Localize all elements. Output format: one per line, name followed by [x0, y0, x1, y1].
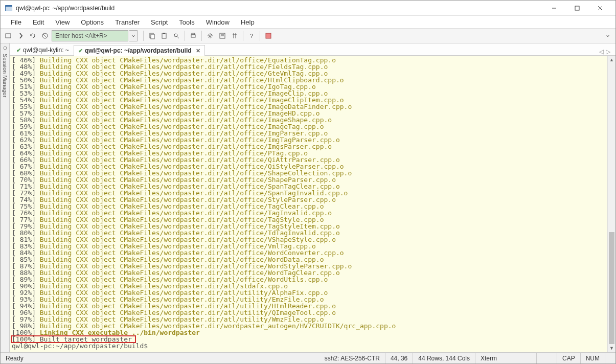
svg-rect-1 [6, 7, 12, 11]
status-ready: Ready [1, 353, 320, 363]
status-blank [537, 353, 557, 363]
toolbar-separator [260, 31, 260, 41]
session-manager-sidebar[interactable]: Session Manager [1, 43, 10, 352]
menubar: File Edit View Options Transfer Script T… [1, 16, 615, 28]
svg-rect-15 [191, 35, 195, 37]
scrollbar[interactable]: ▲ ▼ [607, 56, 615, 352]
scroll-up-icon[interactable]: ▲ [608, 56, 615, 64]
svg-text:?: ? [250, 33, 253, 39]
menu-options[interactable]: Options [76, 17, 109, 28]
find-icon[interactable] [171, 30, 182, 41]
svg-point-23 [4, 47, 7, 50]
tab-label: qwl@qwl-kylin: ~ [23, 47, 69, 54]
svg-line-8 [43, 34, 47, 37]
new-session-icon[interactable] [3, 30, 14, 41]
statusbar: Ready ssh2: AES-256-CTR 44, 36 44 Rows, … [1, 352, 615, 363]
paste-icon[interactable] [158, 30, 170, 41]
check-icon: ✔ [78, 48, 83, 54]
tab-next-icon[interactable]: ▷ [606, 48, 610, 55]
close-button[interactable] [588, 1, 611, 15]
svg-rect-3 [575, 6, 579, 10]
svg-rect-22 [266, 33, 271, 38]
host-dropdown-icon[interactable] [129, 30, 138, 41]
toolbar-separator [185, 31, 185, 41]
maximize-button[interactable] [565, 1, 588, 15]
status-connection: ssh2: AES-256-CTR [320, 353, 385, 363]
copy-icon[interactable] [146, 30, 157, 41]
tab-label: qwl@qwl-pc: ~/app/wordpaster/build [85, 47, 192, 54]
help-icon[interactable]: ? [246, 30, 257, 41]
app-icon [5, 4, 13, 12]
host-placeholder: Enter host <Alt+R> [55, 32, 107, 39]
fx-icon[interactable] [263, 30, 274, 41]
svg-line-14 [177, 36, 179, 38]
toolbar-separator [243, 31, 243, 41]
scroll-track[interactable] [608, 64, 615, 344]
terminal-prompt: qwl@qwl-pc:~/app/wordpaster/build$ [12, 343, 604, 349]
toolbar-separator [143, 31, 144, 41]
terminal-wrap: [ 46%] Building CXX object CMakeFiles/wo… [10, 56, 615, 352]
svg-rect-6 [6, 34, 11, 38]
status-num: NUM [581, 353, 605, 363]
menu-transfer[interactable]: Transfer [110, 17, 145, 28]
check-icon: ✔ [16, 47, 21, 54]
print-icon[interactable] [188, 30, 199, 41]
status-term: Xterm [475, 353, 537, 363]
menu-window[interactable]: Window [201, 17, 235, 28]
svg-rect-12 [163, 33, 165, 34]
menu-tools[interactable]: Tools [174, 17, 199, 28]
settings-icon[interactable] [204, 30, 216, 41]
toolbar: Enter host <Alt+R> ? [1, 28, 615, 43]
toolbar-overflow-icon[interactable] [602, 30, 613, 41]
menu-edit[interactable]: Edit [28, 17, 49, 28]
menu-script[interactable]: Script [146, 17, 173, 28]
disconnect-icon[interactable] [39, 30, 51, 41]
status-cursor-pos: 44, 36 [385, 353, 413, 363]
tab-prev-icon[interactable]: ◁ [599, 48, 604, 55]
main-area: ✔ qwl@qwl-kylin: ~ ✔ qwl@qwl-pc: ~/app/w… [10, 43, 615, 352]
sidebar-label: Session Manager [2, 51, 8, 101]
status-cap: CAP [557, 353, 581, 363]
quick-connect-icon[interactable] [15, 30, 26, 41]
terminal[interactable]: [ 46%] Building CXX object CMakeFiles/wo… [10, 56, 607, 352]
app-window: qwl@qwl-pc: ~/app/wordpaster/build File … [0, 0, 616, 364]
tab-session-2[interactable]: ✔ qwl@qwl-pc: ~/app/wordpaster/build ✕ [74, 45, 205, 56]
menu-view[interactable]: View [50, 17, 75, 28]
svg-rect-16 [192, 33, 195, 35]
toolbar-separator [201, 31, 202, 41]
tabbar: ✔ qwl@qwl-kylin: ~ ✔ qwl@qwl-pc: ~/app/w… [10, 43, 615, 56]
script-icon[interactable] [229, 30, 240, 41]
status-size: 44 Rows, 144 Cols [413, 353, 475, 363]
svg-rect-11 [162, 33, 166, 38]
session-options-icon[interactable] [217, 30, 228, 41]
titlebar: qwl@qwl-pc: ~/app/wordpaster/build [1, 1, 615, 16]
tab-nav: ◁ ▷ [599, 48, 613, 55]
scroll-down-icon[interactable]: ▼ [608, 344, 615, 352]
tab-session-1[interactable]: ✔ qwl@qwl-kylin: ~ [12, 44, 74, 55]
close-tab-icon[interactable]: ✕ [196, 48, 200, 54]
pin-icon [3, 46, 8, 51]
scroll-thumb[interactable] [609, 232, 614, 344]
window-title: qwl@qwl-pc: ~/app/wordpaster/build [16, 5, 542, 12]
menu-help[interactable]: Help [236, 17, 260, 28]
host-input[interactable]: Enter host <Alt+R> [52, 30, 128, 41]
resize-grip-icon[interactable] [605, 353, 615, 363]
svg-rect-10 [151, 34, 154, 39]
reconnect-icon[interactable] [27, 30, 38, 41]
minimize-button[interactable] [542, 1, 565, 15]
menu-file[interactable]: File [6, 17, 27, 28]
svg-point-17 [209, 35, 211, 37]
body-area: Session Manager ✔ qwl@qwl-kylin: ~ ✔ qwl… [1, 43, 615, 352]
